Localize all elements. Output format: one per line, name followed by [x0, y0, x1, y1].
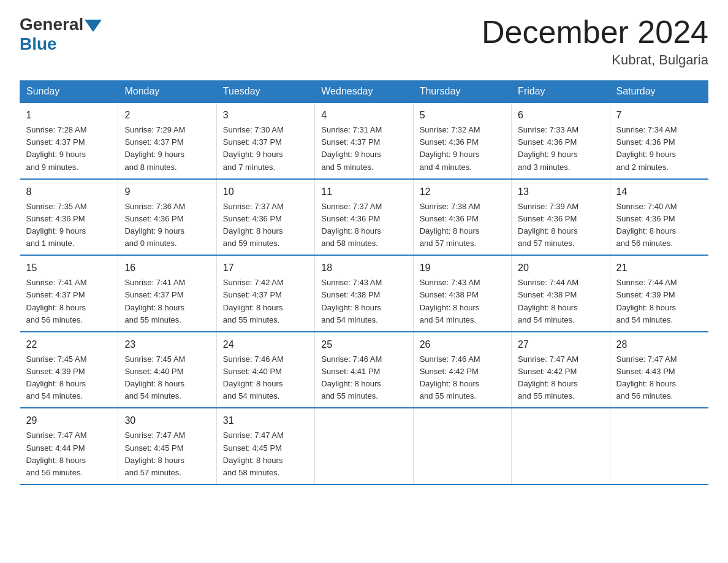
- day-cell: 15Sunrise: 7:41 AMSunset: 4:37 PMDayligh…: [20, 255, 118, 332]
- day-info: Sunrise: 7:32 AMSunset: 4:36 PMDaylight:…: [420, 124, 505, 174]
- day-number: 7: [616, 108, 702, 123]
- week-row-1: 1Sunrise: 7:28 AMSunset: 4:37 PMDaylight…: [20, 102, 708, 179]
- day-cell: 28Sunrise: 7:47 AMSunset: 4:43 PMDayligh…: [610, 332, 708, 408]
- day-cell: 12Sunrise: 7:38 AMSunset: 4:36 PMDayligh…: [413, 179, 511, 256]
- day-info: Sunrise: 7:46 AMSunset: 4:40 PMDaylight:…: [223, 353, 308, 403]
- week-row-5: 29Sunrise: 7:47 AMSunset: 4:44 PMDayligh…: [20, 408, 708, 484]
- day-info: Sunrise: 7:46 AMSunset: 4:41 PMDaylight:…: [321, 353, 406, 403]
- day-number: 22: [26, 337, 112, 352]
- day-cell: 4Sunrise: 7:31 AMSunset: 4:37 PMDaylight…: [315, 102, 413, 179]
- day-number: 6: [518, 108, 603, 123]
- day-cell: 19Sunrise: 7:43 AMSunset: 4:38 PMDayligh…: [413, 255, 511, 332]
- day-cell: [610, 408, 708, 484]
- day-number: 14: [616, 185, 702, 199]
- header-wednesday: Wednesday: [315, 81, 413, 103]
- day-cell: 11Sunrise: 7:37 AMSunset: 4:36 PMDayligh…: [315, 179, 413, 256]
- day-cell: 16Sunrise: 7:41 AMSunset: 4:37 PMDayligh…: [118, 255, 216, 332]
- day-cell: 9Sunrise: 7:36 AMSunset: 4:36 PMDaylight…: [118, 179, 216, 256]
- day-info: Sunrise: 7:34 AMSunset: 4:36 PMDaylight:…: [616, 124, 702, 174]
- day-number: 19: [420, 261, 505, 275]
- day-cell: 3Sunrise: 7:30 AMSunset: 4:37 PMDaylight…: [216, 102, 314, 179]
- day-cell: 26Sunrise: 7:46 AMSunset: 4:42 PMDayligh…: [413, 332, 511, 408]
- day-info: Sunrise: 7:43 AMSunset: 4:38 PMDaylight:…: [321, 277, 406, 326]
- day-info: Sunrise: 7:44 AMSunset: 4:38 PMDaylight:…: [518, 277, 603, 326]
- day-cell: 13Sunrise: 7:39 AMSunset: 4:36 PMDayligh…: [512, 179, 610, 256]
- day-cell: 7Sunrise: 7:34 AMSunset: 4:36 PMDaylight…: [610, 102, 708, 179]
- day-number: 20: [518, 261, 603, 275]
- header-monday: Monday: [118, 81, 216, 103]
- day-number: 23: [124, 337, 210, 352]
- day-info: Sunrise: 7:37 AMSunset: 4:36 PMDaylight:…: [321, 201, 406, 250]
- page-header: General Blue December 2024 Kubrat, Bulga…: [20, 15, 708, 68]
- day-cell: 18Sunrise: 7:43 AMSunset: 4:38 PMDayligh…: [315, 255, 413, 332]
- day-number: 13: [518, 185, 603, 199]
- day-cell: 17Sunrise: 7:42 AMSunset: 4:37 PMDayligh…: [216, 255, 314, 332]
- day-number: 11: [321, 185, 406, 199]
- day-cell: 23Sunrise: 7:45 AMSunset: 4:40 PMDayligh…: [118, 332, 216, 408]
- day-cell: 24Sunrise: 7:46 AMSunset: 4:40 PMDayligh…: [216, 332, 314, 408]
- day-number: 10: [223, 185, 308, 199]
- day-number: 21: [616, 261, 702, 275]
- calendar-table: SundayMondayTuesdayWednesdayThursdayFrid…: [20, 80, 708, 485]
- day-number: 15: [26, 261, 112, 275]
- day-info: Sunrise: 7:37 AMSunset: 4:36 PMDaylight:…: [223, 201, 308, 250]
- day-number: 29: [26, 413, 112, 428]
- day-info: Sunrise: 7:47 AMSunset: 4:45 PMDaylight:…: [223, 429, 308, 479]
- week-row-3: 15Sunrise: 7:41 AMSunset: 4:37 PMDayligh…: [20, 255, 708, 332]
- day-number: 9: [124, 185, 210, 199]
- day-number: 26: [420, 337, 505, 352]
- day-cell: 2Sunrise: 7:29 AMSunset: 4:37 PMDaylight…: [118, 102, 216, 179]
- day-cell: 10Sunrise: 7:37 AMSunset: 4:36 PMDayligh…: [216, 179, 314, 256]
- day-cell: 22Sunrise: 7:45 AMSunset: 4:39 PMDayligh…: [20, 332, 118, 408]
- day-cell: 6Sunrise: 7:33 AMSunset: 4:36 PMDaylight…: [512, 102, 610, 179]
- day-info: Sunrise: 7:36 AMSunset: 4:36 PMDaylight:…: [124, 201, 210, 250]
- day-info: Sunrise: 7:41 AMSunset: 4:37 PMDaylight:…: [124, 277, 210, 326]
- day-number: 3: [223, 108, 308, 123]
- day-info: Sunrise: 7:38 AMSunset: 4:36 PMDaylight:…: [420, 201, 505, 250]
- day-info: Sunrise: 7:33 AMSunset: 4:36 PMDaylight:…: [518, 124, 603, 174]
- day-number: 24: [223, 337, 308, 352]
- day-info: Sunrise: 7:41 AMSunset: 4:37 PMDaylight:…: [26, 277, 112, 326]
- day-info: Sunrise: 7:46 AMSunset: 4:42 PMDaylight:…: [420, 353, 505, 403]
- day-cell: 31Sunrise: 7:47 AMSunset: 4:45 PMDayligh…: [216, 408, 314, 484]
- day-number: 1: [26, 108, 112, 123]
- day-cell: 8Sunrise: 7:35 AMSunset: 4:36 PMDaylight…: [20, 179, 118, 256]
- day-number: 12: [420, 185, 505, 199]
- day-number: 4: [321, 108, 406, 123]
- header-sunday: Sunday: [20, 81, 118, 103]
- logo: General Blue: [20, 15, 103, 54]
- week-row-4: 22Sunrise: 7:45 AMSunset: 4:39 PMDayligh…: [20, 332, 708, 408]
- header-friday: Friday: [512, 81, 610, 103]
- day-info: Sunrise: 7:47 AMSunset: 4:42 PMDaylight:…: [518, 353, 603, 403]
- day-cell: [315, 408, 413, 484]
- day-number: 25: [321, 337, 406, 352]
- location-text: Kubrat, Bulgaria: [482, 52, 708, 68]
- day-info: Sunrise: 7:40 AMSunset: 4:36 PMDaylight:…: [616, 201, 702, 250]
- day-number: 16: [124, 261, 210, 275]
- day-cell: 14Sunrise: 7:40 AMSunset: 4:36 PMDayligh…: [610, 179, 708, 256]
- day-cell: 29Sunrise: 7:47 AMSunset: 4:44 PMDayligh…: [20, 408, 118, 484]
- day-cell: 5Sunrise: 7:32 AMSunset: 4:36 PMDaylight…: [413, 102, 511, 179]
- month-title: December 2024: [482, 15, 708, 50]
- day-cell: 21Sunrise: 7:44 AMSunset: 4:39 PMDayligh…: [610, 255, 708, 332]
- day-number: 18: [321, 261, 406, 275]
- day-info: Sunrise: 7:45 AMSunset: 4:40 PMDaylight:…: [124, 353, 210, 403]
- header-row: SundayMondayTuesdayWednesdayThursdayFrid…: [20, 81, 708, 103]
- day-info: Sunrise: 7:47 AMSunset: 4:44 PMDaylight:…: [26, 429, 112, 479]
- day-info: Sunrise: 7:30 AMSunset: 4:37 PMDaylight:…: [223, 124, 308, 174]
- logo-blue-text: Blue: [20, 34, 57, 53]
- day-number: 5: [420, 108, 505, 123]
- day-info: Sunrise: 7:47 AMSunset: 4:45 PMDaylight:…: [124, 429, 210, 479]
- header-thursday: Thursday: [413, 81, 511, 103]
- day-number: 31: [223, 413, 308, 428]
- logo-triangle-icon: [85, 20, 102, 32]
- day-cell: [512, 408, 610, 484]
- day-number: 2: [124, 108, 210, 123]
- header-tuesday: Tuesday: [216, 81, 314, 103]
- day-info: Sunrise: 7:44 AMSunset: 4:39 PMDaylight:…: [616, 277, 702, 326]
- day-info: Sunrise: 7:42 AMSunset: 4:37 PMDaylight:…: [223, 277, 308, 326]
- day-info: Sunrise: 7:39 AMSunset: 4:36 PMDaylight:…: [518, 201, 603, 250]
- logo-general-text: General: [20, 15, 83, 34]
- day-info: Sunrise: 7:45 AMSunset: 4:39 PMDaylight:…: [26, 353, 112, 403]
- day-cell: 20Sunrise: 7:44 AMSunset: 4:38 PMDayligh…: [512, 255, 610, 332]
